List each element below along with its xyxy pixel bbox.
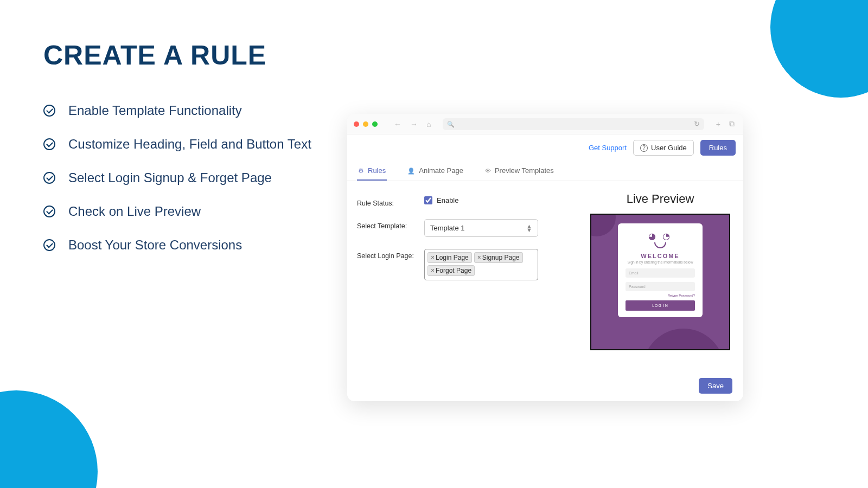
reload-icon[interactable] <box>694 120 700 128</box>
user-guide-label: User Guide <box>651 144 687 152</box>
check-icon <box>43 138 55 150</box>
preview-password-input: Password <box>626 282 695 291</box>
footer-bar: Save <box>347 374 743 401</box>
tag-forgot-page[interactable]: Forgot Page <box>427 265 475 276</box>
feature-item: Boost Your Store Conversions <box>43 237 311 253</box>
smile-icon <box>654 242 666 248</box>
label-rule-status: Rule Status: <box>357 196 417 207</box>
preview-card: ◕ ◔ WELCOME Sign in by entering the info… <box>618 223 703 317</box>
enable-input[interactable] <box>424 196 432 204</box>
feature-text: Enable Template Functionality <box>68 103 242 118</box>
decor-circle-bottom-left <box>0 390 98 488</box>
login-page-tagbox[interactable]: Login Page Signup Page Forgot Page <box>424 249 538 280</box>
close-icon[interactable] <box>354 121 359 127</box>
tab-label: Rules <box>368 166 386 175</box>
feature-text: Customize Heading, Field and Button Text <box>68 137 311 152</box>
help-icon: ? <box>640 144 648 152</box>
tag-signup-page[interactable]: Signup Page <box>474 252 523 263</box>
home-button[interactable]: ⌂ <box>424 120 433 129</box>
preview-frame: ◕ ◔ WELCOME Sign in by entering the info… <box>590 214 730 350</box>
feature-item: Enable Template Functionality <box>43 103 311 118</box>
preview-login-button: LOG IN <box>626 300 695 311</box>
face-icon: ◕ ◔ <box>648 231 672 241</box>
check-icon <box>43 105 55 117</box>
search-icon <box>447 120 455 128</box>
row-rule-status: Rule Status: Enable <box>357 196 576 207</box>
browser-chrome: ← → ⌂ + ⧉ <box>347 114 743 134</box>
row-select-login-page: Select Login Page: Login Page Signup Pag… <box>357 249 576 280</box>
feature-item: Check on Live Preview <box>43 204 311 219</box>
enable-text: Enable <box>437 196 458 204</box>
preview-column: Live Preview ◕ ◔ WELCOME Sign in by ente… <box>587 189 733 368</box>
gear-icon <box>358 166 364 175</box>
tab-bar: Rules Animate Page Preview Templates <box>347 161 743 181</box>
copy-icon[interactable]: ⧉ <box>727 119 737 129</box>
preview-email-input: Email <box>626 268 695 278</box>
preview-title: Live Preview <box>627 192 694 206</box>
tab-label: Animate Page <box>419 166 463 175</box>
preview-forgot-link: Retype Password? <box>668 294 695 297</box>
minimize-icon[interactable] <box>363 121 368 127</box>
label-select-template: Select Template: <box>357 219 417 230</box>
preview-subtitle: Sign in by entering the informations bel… <box>628 260 693 264</box>
traffic-lights <box>354 121 378 127</box>
feature-text: Select Login Signup & Forget Page <box>68 170 272 185</box>
get-support-link[interactable]: Get Support <box>589 144 627 152</box>
tab-preview-templates[interactable]: Preview Templates <box>484 161 555 181</box>
maximize-icon[interactable] <box>372 121 378 127</box>
feature-item: Customize Heading, Field and Button Text <box>43 137 311 152</box>
save-button[interactable]: Save <box>699 378 732 394</box>
feature-text: Check on Live Preview <box>68 204 201 219</box>
check-icon <box>43 206 55 217</box>
content-area: Rule Status: Enable Select Template: Tem… <box>347 181 743 374</box>
feature-text: Boost Your Store Conversions <box>68 237 242 253</box>
forward-button[interactable]: → <box>408 120 420 129</box>
tab-animate-page[interactable]: Animate Page <box>406 161 464 181</box>
page-title: CREATE A RULE <box>43 40 266 71</box>
check-icon <box>43 239 55 251</box>
browser-window: ← → ⌂ + ⧉ Get Support ? User Guide Rules… <box>347 114 743 401</box>
decor-circle-top-right <box>770 0 868 98</box>
enable-checkbox[interactable]: Enable <box>424 196 458 204</box>
template-select[interactable]: Template 1 ▲▼ <box>424 219 538 237</box>
tag-login-page[interactable]: Login Page <box>427 252 472 263</box>
tab-label: Preview Templates <box>495 166 554 175</box>
rules-button[interactable]: Rules <box>700 140 736 156</box>
tab-rules[interactable]: Rules <box>357 161 387 181</box>
app-area: Get Support ? User Guide Rules Rules Ani… <box>347 134 743 401</box>
preview-welcome: WELCOME <box>641 253 679 259</box>
row-select-template: Select Template: Template 1 ▲▼ <box>357 219 576 237</box>
eye-icon <box>485 166 491 175</box>
back-button[interactable]: ← <box>392 120 404 129</box>
new-tab-button[interactable]: + <box>714 120 723 129</box>
user-icon <box>407 166 415 175</box>
label-select-login-page: Select Login Page: <box>357 249 417 260</box>
user-guide-button[interactable]: ? User Guide <box>633 140 694 156</box>
feature-item: Select Login Signup & Forget Page <box>43 170 311 185</box>
form-column: Rule Status: Enable Select Template: Tem… <box>357 189 576 368</box>
check-icon <box>43 172 55 184</box>
feature-list: Enable Template Functionality Customize … <box>43 103 311 253</box>
address-bar[interactable] <box>443 118 704 130</box>
chevron-updown-icon: ▲▼ <box>526 224 532 232</box>
template-selected-value: Template 1 <box>430 224 465 232</box>
app-topbar: Get Support ? User Guide Rules <box>347 134 743 161</box>
